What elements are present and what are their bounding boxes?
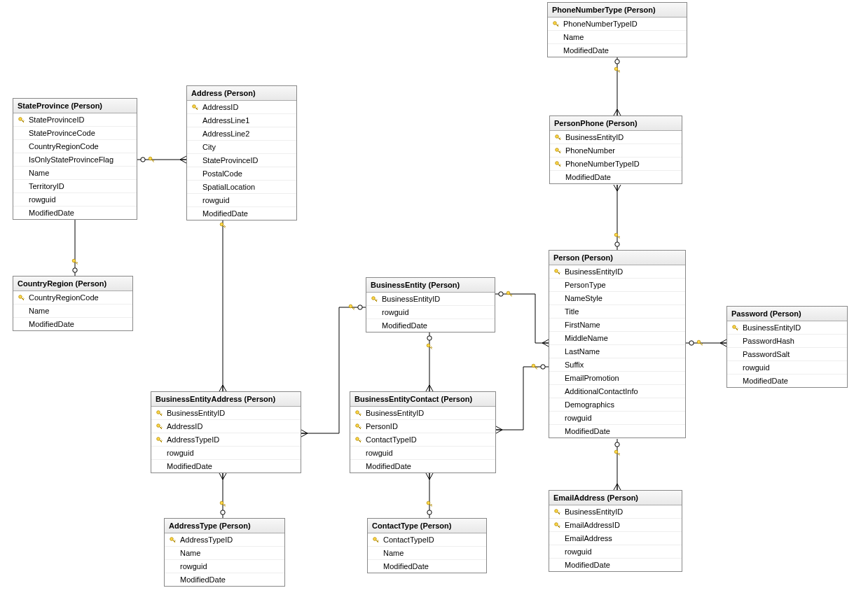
table-businessentity[interactable]: BusinessEntity (Person)BusinessEntityIDr… — [366, 277, 495, 332]
table-header[interactable]: CountryRegion (Person) — [13, 276, 132, 291]
table-column[interactable]: BusinessEntityID — [350, 407, 495, 420]
table-column[interactable]: BusinessEntityID — [549, 265, 685, 279]
table-header[interactable]: ContactType (Person) — [368, 519, 486, 533]
table-countryregion[interactable]: CountryRegion (Person)CountryRegionCodeN… — [13, 276, 133, 331]
table-header[interactable]: Password (Person) — [727, 307, 847, 321]
table-column[interactable]: BusinessEntityID — [727, 321, 847, 335]
table-column[interactable]: FirstName — [549, 318, 685, 332]
table-column[interactable]: BusinessEntityID — [550, 131, 682, 144]
column-name: StateProvinceID — [200, 156, 258, 164]
table-businessentitycontact[interactable]: BusinessEntityContact (Person)BusinessEn… — [350, 391, 496, 473]
table-column[interactable]: AddressLine1 — [187, 114, 296, 127]
table-header[interactable]: PhoneNumberType (Person) — [548, 3, 687, 18]
table-phonenumbertype[interactable]: PhoneNumberType (Person)PhoneNumberTypeI… — [547, 2, 687, 57]
table-column[interactable]: ModifiedDate — [151, 460, 301, 472]
table-column[interactable]: rowguid — [549, 412, 685, 425]
table-column[interactable]: StateProvinceID — [13, 113, 137, 127]
table-column[interactable]: EmailAddressID — [549, 519, 682, 532]
table-column[interactable]: PhoneNumber — [550, 144, 682, 158]
table-header[interactable]: StateProvince (Person) — [13, 99, 137, 113]
table-column[interactable]: PhoneNumberTypeID — [550, 158, 682, 171]
table-column[interactable]: SpatialLocation — [187, 181, 296, 194]
table-column[interactable]: ContactTypeID — [368, 533, 486, 547]
table-column[interactable]: NameStyle — [549, 292, 685, 305]
table-column[interactable]: ModifiedDate — [550, 171, 682, 183]
table-column[interactable]: PostalCode — [187, 167, 296, 181]
table-column[interactable]: AddressTypeID — [165, 533, 284, 547]
table-column[interactable]: Name — [165, 547, 284, 560]
table-column[interactable]: ModifiedDate — [165, 573, 284, 586]
table-column[interactable]: StateProvinceCode — [13, 127, 137, 140]
table-column[interactable]: rowguid — [187, 194, 296, 207]
table-addresstype[interactable]: AddressType (Person)AddressTypeIDNamerow… — [164, 518, 285, 587]
table-column[interactable]: Name — [368, 547, 486, 560]
table-column[interactable]: rowguid — [350, 447, 495, 460]
table-column[interactable]: PersonID — [350, 420, 495, 433]
table-column[interactable]: ModifiedDate — [13, 206, 137, 219]
table-column[interactable]: CountryRegionCode — [13, 291, 132, 304]
table-column[interactable]: ModifiedDate — [549, 425, 685, 438]
table-column[interactable]: BusinessEntityID — [151, 407, 301, 420]
table-emailaddress[interactable]: EmailAddress (Person)BusinessEntityIDEma… — [549, 490, 682, 572]
table-column[interactable]: BusinessEntityID — [366, 293, 495, 306]
table-column[interactable]: City — [187, 141, 296, 154]
table-column[interactable]: ModifiedDate — [549, 559, 682, 571]
column-name: ModifiedDate — [363, 462, 411, 470]
table-column[interactable]: PasswordSalt — [727, 348, 847, 361]
table-column[interactable]: rowguid — [165, 560, 284, 573]
table-column[interactable]: Suffix — [549, 358, 685, 372]
table-header[interactable]: PersonPhone (Person) — [550, 116, 682, 131]
table-header[interactable]: BusinessEntityAddress (Person) — [151, 392, 301, 407]
table-column[interactable]: ModifiedDate — [727, 374, 847, 387]
table-column[interactable]: PhoneNumberTypeID — [548, 18, 687, 31]
table-column[interactable]: ContactTypeID — [350, 433, 495, 447]
table-column[interactable]: AddressID — [151, 420, 301, 433]
table-person[interactable]: Person (Person)BusinessEntityIDPersonTyp… — [549, 250, 686, 438]
table-column[interactable]: AddressLine2 — [187, 127, 296, 141]
table-header[interactable]: AddressType (Person) — [165, 519, 284, 533]
table-column[interactable]: AddressTypeID — [151, 433, 301, 447]
table-column[interactable]: rowguid — [151, 447, 301, 460]
table-column[interactable]: ModifiedDate — [13, 318, 132, 330]
table-address[interactable]: Address (Person)AddressIDAddressLine1Add… — [186, 85, 297, 220]
table-column[interactable]: ModifiedDate — [368, 560, 486, 573]
table-column[interactable]: rowguid — [366, 306, 495, 319]
table-column[interactable]: EmailPromotion — [549, 372, 685, 385]
table-column[interactable]: rowguid — [13, 193, 137, 206]
table-column[interactable]: rowguid — [549, 545, 682, 559]
table-column[interactable]: BusinessEntityID — [549, 505, 682, 519]
table-businessentityaddress[interactable]: BusinessEntityAddress (Person)BusinessEn… — [151, 391, 301, 473]
table-header[interactable]: Address (Person) — [187, 86, 296, 101]
table-password[interactable]: Password (Person)BusinessEntityIDPasswor… — [726, 306, 848, 388]
table-column[interactable]: MiddleName — [549, 332, 685, 345]
table-column[interactable]: Title — [549, 305, 685, 318]
table-header[interactable]: EmailAddress (Person) — [549, 491, 682, 505]
table-column[interactable]: Name — [548, 31, 687, 44]
table-column[interactable]: PasswordHash — [727, 335, 847, 348]
table-column[interactable]: PersonType — [549, 279, 685, 292]
table-column[interactable]: StateProvinceID — [187, 154, 296, 167]
table-header[interactable]: BusinessEntity (Person) — [366, 278, 495, 293]
table-column[interactable]: AddressID — [187, 101, 296, 114]
table-column[interactable]: TerritoryID — [13, 180, 137, 193]
table-header[interactable]: BusinessEntityContact (Person) — [350, 392, 495, 407]
table-column[interactable]: Name — [13, 167, 137, 180]
table-column[interactable]: Name — [13, 304, 132, 318]
table-column[interactable]: EmailAddress — [549, 532, 682, 545]
table-header[interactable]: Person (Person) — [549, 251, 685, 265]
table-column[interactable]: ModifiedDate — [548, 44, 687, 57]
table-column[interactable]: Demographics — [549, 398, 685, 412]
key-indicator — [167, 537, 177, 543]
table-personphone[interactable]: PersonPhone (Person)BusinessEntityIDPhon… — [549, 115, 682, 184]
table-column[interactable]: IsOnlyStateProvinceFlag — [13, 153, 137, 167]
column-name: BusinessEntityID — [562, 507, 623, 516]
table-column[interactable]: CountryRegionCode — [13, 140, 137, 153]
table-stateprovince[interactable]: StateProvince (Person)StateProvinceIDSta… — [13, 98, 137, 220]
table-column[interactable]: rowguid — [727, 361, 847, 374]
table-contacttype[interactable]: ContactType (Person)ContactTypeIDNameMod… — [367, 518, 487, 573]
table-column[interactable]: ModifiedDate — [350, 460, 495, 472]
table-column[interactable]: ModifiedDate — [366, 319, 495, 332]
table-column[interactable]: AdditionalContactInfo — [549, 385, 685, 398]
table-column[interactable]: LastName — [549, 345, 685, 358]
table-column[interactable]: ModifiedDate — [187, 207, 296, 220]
